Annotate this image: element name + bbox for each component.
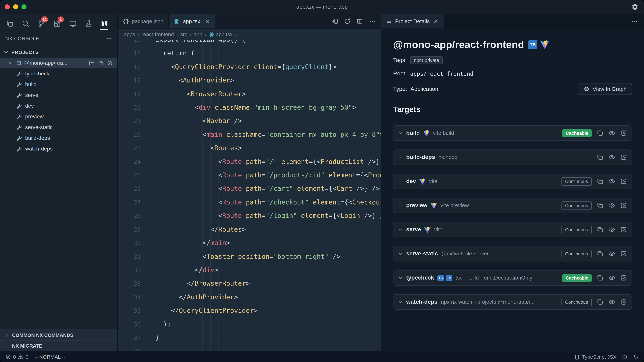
tree-item-preview[interactable]: preview bbox=[0, 111, 118, 122]
tree-item-typecheck[interactable]: typecheck bbox=[0, 68, 118, 79]
copilot-icon[interactable] bbox=[622, 354, 628, 360]
eye-icon[interactable] bbox=[608, 202, 615, 209]
copy-icon[interactable] bbox=[98, 60, 104, 66]
folder-icon[interactable] bbox=[89, 60, 94, 66]
copy-icon[interactable] bbox=[597, 202, 604, 209]
play-icon[interactable] bbox=[620, 202, 627, 209]
chevron-down-icon[interactable] bbox=[398, 251, 403, 256]
tag-chip: npm:private bbox=[410, 56, 443, 64]
tree-item-serve-static[interactable]: serve-static bbox=[0, 122, 118, 133]
copy-icon[interactable] bbox=[597, 299, 604, 305]
chevron-down-icon[interactable] bbox=[398, 179, 403, 184]
chevron-down-icon[interactable] bbox=[398, 276, 403, 280]
target-icon[interactable] bbox=[107, 60, 113, 66]
breadcrumb-item[interactable]: app bbox=[194, 31, 202, 37]
tab-project-details[interactable]: Project Details bbox=[381, 14, 444, 28]
play-icon[interactable] bbox=[620, 130, 627, 136]
close-icon[interactable] bbox=[204, 18, 210, 24]
tree-item-label: build-deps bbox=[25, 135, 50, 141]
play-icon[interactable] bbox=[620, 299, 627, 305]
copy-icon[interactable] bbox=[597, 130, 604, 136]
play-icon[interactable] bbox=[620, 275, 627, 281]
ts-icon: TS bbox=[446, 275, 452, 281]
code-line: 38 bbox=[118, 345, 381, 351]
view-in-graph-button[interactable]: View In Graph bbox=[578, 83, 632, 95]
copy-icon[interactable] bbox=[597, 178, 604, 185]
tree-section-projects[interactable]: PROJECTS bbox=[0, 47, 118, 58]
copy-icon[interactable] bbox=[597, 275, 604, 281]
settings-gear-icon[interactable] bbox=[631, 3, 639, 10]
language-mode[interactable]: {} TypeScript JSX bbox=[574, 354, 616, 360]
copy-icon[interactable] bbox=[597, 154, 604, 161]
sidebar-section-common-nx-commands[interactable]: COMMON NX COMMANDS bbox=[0, 330, 118, 340]
play-icon[interactable] bbox=[620, 178, 627, 185]
open-changes-icon[interactable] bbox=[332, 18, 338, 24]
eye-icon[interactable] bbox=[608, 226, 615, 233]
eye-icon[interactable] bbox=[608, 299, 615, 305]
line-number: 19 bbox=[118, 87, 141, 101]
line-number: 21 bbox=[118, 114, 141, 128]
activity-item-explorer[interactable] bbox=[4, 16, 16, 31]
panel-more-actions-icon[interactable] bbox=[631, 18, 638, 25]
play-icon[interactable] bbox=[620, 250, 627, 257]
eye-icon[interactable] bbox=[608, 130, 615, 136]
eye-icon[interactable] bbox=[608, 178, 615, 185]
breadcrumb-item[interactable]: react-frontend bbox=[142, 31, 174, 37]
breadcrumb-item[interactable]: apps bbox=[124, 31, 135, 37]
problems-indicator[interactable]: 0 0 bbox=[5, 354, 28, 360]
eye-icon[interactable] bbox=[608, 275, 615, 281]
tree-item-build-deps[interactable]: build-deps bbox=[0, 133, 118, 143]
tree-item-watch-deps[interactable]: watch-deps bbox=[0, 143, 118, 154]
play-icon[interactable] bbox=[620, 226, 627, 233]
target-row-watch-deps[interactable]: watch-deps npx nx watch --projects @mono… bbox=[393, 294, 632, 310]
breadcrumb-item[interactable]: ... bbox=[239, 31, 243, 37]
tree-item-build[interactable]: build bbox=[0, 79, 118, 90]
tree-item-dev[interactable]: dev bbox=[0, 100, 118, 111]
activity-item-nx-console[interactable] bbox=[98, 16, 110, 31]
breadcrumb-item[interactable]: app.tsx bbox=[209, 31, 232, 37]
target-row-build[interactable]: build vite build Cacheable bbox=[393, 125, 632, 141]
copy-icon[interactable] bbox=[597, 250, 604, 257]
split-editor-icon[interactable] bbox=[356, 18, 363, 24]
close-icon[interactable] bbox=[433, 18, 439, 24]
more-actions-icon[interactable] bbox=[369, 18, 375, 24]
zoom-window-button[interactable] bbox=[22, 4, 26, 9]
target-row-build-deps[interactable]: build-deps nx:noop bbox=[393, 149, 632, 165]
activity-item-testing[interactable] bbox=[83, 16, 94, 31]
activity-item-source-control[interactable]: 32 bbox=[36, 16, 47, 31]
eye-icon[interactable] bbox=[608, 250, 615, 257]
tree-item-label: serve-static bbox=[25, 124, 53, 130]
target-row-serve[interactable]: serve vite Continuous bbox=[393, 222, 632, 237]
breadcrumb[interactable]: apps›react-frontend›src›app›app.tsx›... bbox=[118, 29, 381, 40]
copy-icon[interactable] bbox=[597, 226, 604, 233]
activity-item-search[interactable] bbox=[20, 16, 31, 31]
activity-item-remote-explorer[interactable] bbox=[67, 16, 78, 31]
play-icon[interactable] bbox=[620, 154, 627, 161]
target-row-serve-static[interactable]: serve-static @nx/web:file-server Continu… bbox=[393, 246, 632, 261]
tab-app.tsx[interactable]: app.tsx bbox=[169, 14, 215, 28]
chevron-down-icon[interactable] bbox=[398, 203, 403, 208]
tree-item-project[interactable]: @mono-app/rea... bbox=[0, 58, 118, 68]
projects-tree: PROJECTS @mono-app/rea... typecheckbuild… bbox=[0, 44, 118, 330]
close-window-button[interactable] bbox=[5, 4, 10, 9]
target-row-dev[interactable]: dev vite Continuous bbox=[393, 174, 632, 189]
notifications-bell-icon[interactable] bbox=[633, 354, 639, 360]
activity-item-extensions[interactable]: 1 bbox=[51, 16, 63, 31]
eye-icon[interactable] bbox=[608, 154, 615, 161]
code-editor[interactable]: 15export function App() {16 return (17 <… bbox=[118, 40, 381, 351]
tab-package.json[interactable]: {}package.json bbox=[118, 14, 169, 28]
sidebar-more-actions-icon[interactable] bbox=[106, 35, 112, 41]
sidebar-section-nx-migrate[interactable]: NX MIGRATE bbox=[0, 340, 118, 351]
refresh-icon[interactable] bbox=[344, 18, 350, 24]
chevron-down-icon[interactable] bbox=[398, 227, 403, 232]
breadcrumb-item[interactable]: src bbox=[180, 31, 187, 37]
chevron-down-icon[interactable] bbox=[398, 300, 403, 304]
chevron-down-icon[interactable] bbox=[398, 155, 403, 160]
chevron-down-icon[interactable] bbox=[398, 131, 403, 135]
window-title: app.tsx — mono-app bbox=[0, 4, 644, 10]
tree-item-serve[interactable]: serve bbox=[0, 90, 118, 100]
vscode-window: app.tsx — mono-app 321 NX CONSOLE PROJEC… bbox=[0, 0, 644, 362]
target-row-preview[interactable]: preview vite preview Continuous bbox=[393, 198, 632, 213]
minimize-window-button[interactable] bbox=[13, 4, 18, 9]
target-row-typecheck[interactable]: typecheck TSTS tsc --build --emitDeclara… bbox=[393, 270, 632, 286]
